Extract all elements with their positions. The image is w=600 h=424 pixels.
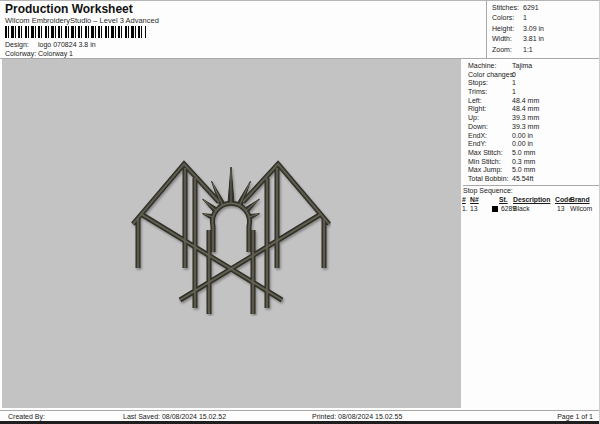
design-canvas (2, 59, 461, 408)
detail-row: EndY:0.00 in (468, 140, 598, 149)
summary-row: Height:3.09 in (492, 24, 598, 34)
summary-row: Stitches:6291 (492, 3, 598, 13)
col-brand: Brand (570, 196, 590, 203)
header-divider-vertical (486, 1, 487, 58)
detail-row: Min Stitch:0.3 mm (468, 158, 598, 167)
summary-row: Zoom:1:1 (492, 45, 598, 55)
detail-row: Stops:1 (468, 79, 598, 88)
thread-color-swatch (492, 206, 498, 212)
stitches-value: 6291 (523, 4, 539, 11)
app-subtitle: Wilcom EmbroideryStudio – Level 3 Advanc… (5, 16, 159, 25)
summary-row: Width:3.81 in (492, 34, 598, 44)
seq-brand: Wilcom (570, 205, 592, 212)
summary-row: Colors:1 (492, 13, 598, 23)
page-title: Production Worksheet (5, 2, 133, 16)
detail-row: Machine:Tajima (468, 62, 598, 71)
created-by: Created By: (8, 413, 45, 420)
col-num: # (462, 196, 466, 203)
zoom-value: 1:1 (523, 46, 533, 53)
design-summary: Stitches:6291 Colors:1 Height:3.09 in Wi… (492, 3, 598, 55)
embroidery-logo (131, 156, 331, 316)
detail-row: Right:48.4 mm (468, 105, 598, 114)
detail-row: Total Bobbin:45.54ft (468, 175, 598, 184)
width-value: 3.81 in (523, 35, 544, 42)
design-barcode (5, 26, 146, 38)
detail-row: Max Jump:5.0 mm (468, 166, 598, 175)
col-needle: N# (470, 196, 479, 203)
design-value: logo 070824 3.8 in (38, 41, 96, 48)
detail-row: Color changes:0 (468, 71, 598, 80)
detail-row: EndX:0.00 in (468, 132, 598, 141)
detail-row: Trims:1 (468, 88, 598, 97)
detail-row: Max Stitch:5.0 mm (468, 149, 598, 158)
seq-needle: 13 (470, 205, 478, 212)
stop-sequence-title: Stop Sequence: (463, 187, 513, 194)
seq-code: 13 (557, 205, 565, 212)
design-label: Design: (5, 41, 38, 48)
stop-sequence-divider (463, 185, 600, 186)
printed: Printed: 08/08/2024 15.02.55 (312, 413, 402, 420)
col-stitches: St. (499, 196, 508, 203)
col-description: Description (513, 196, 550, 203)
colors-value: 1 (523, 14, 527, 21)
colorway-label: Colorway: (5, 50, 38, 57)
detail-row: Up:39.3 mm (468, 114, 598, 123)
last-saved: Last Saved: 08/08/2024 15.02.52 (123, 413, 226, 420)
seq-num: 1. (462, 205, 468, 212)
machine-details: Machine:Tajima Color changes:0 Stops:1 T… (468, 62, 598, 184)
colorway-row: Colorway:Colorway 1 (5, 50, 73, 57)
detail-row: Left:48.4 mm (468, 97, 598, 106)
height-value: 3.09 in (523, 25, 544, 32)
seq-description: Black (513, 205, 530, 212)
colorway-value: Colorway 1 (38, 50, 73, 57)
page-number: Page 1 of 1 (557, 413, 593, 420)
detail-row: Down:39.3 mm (468, 123, 598, 132)
production-worksheet-page: Production Worksheet Wilcom EmbroiderySt… (0, 0, 600, 424)
design-row: Design:logo 070824 3.8 in (5, 41, 96, 48)
